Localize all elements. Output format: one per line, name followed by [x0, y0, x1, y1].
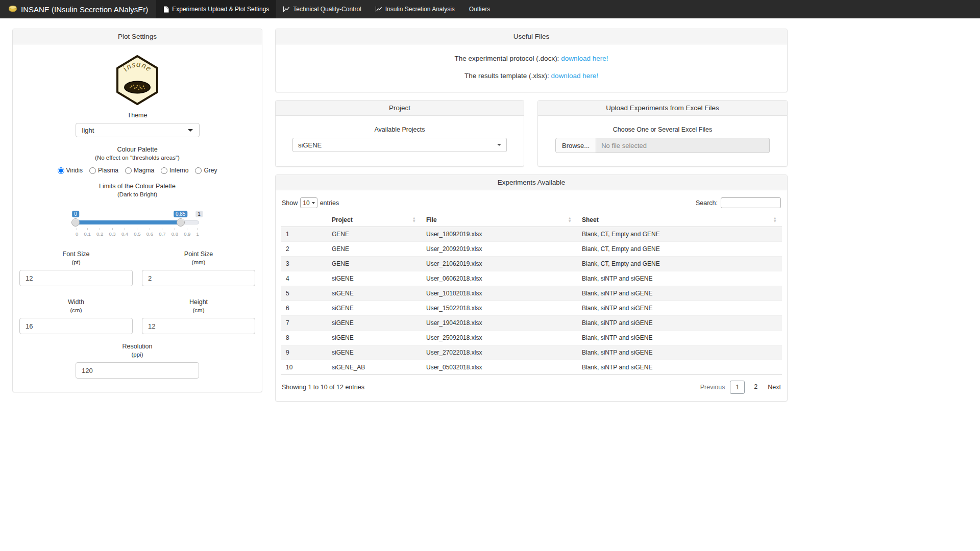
chevron-down-icon: [497, 144, 501, 146]
radio-input[interactable]: [89, 167, 96, 174]
table-cell: siGENE: [327, 345, 421, 360]
panel-title: Useful Files: [276, 29, 787, 44]
tab-insulin-analysis[interactable]: Insulin Secretion Analysis: [369, 0, 462, 18]
table-cell: User_19042018.xlsx: [421, 316, 577, 331]
table-cell: Blank, siNTP and siGENE: [577, 331, 782, 345]
radio-label: Magma: [134, 167, 154, 174]
table-cell: User_15022018.xlsx: [421, 301, 577, 316]
table-info: Showing 1 to 10 of 12 entries: [282, 384, 364, 391]
table-row[interactable]: 1GENEUser_18092019.xlsxBlank, CT, Empty …: [281, 227, 782, 242]
page-number-button[interactable]: 1: [730, 381, 745, 394]
slider-handle-min[interactable]: [71, 218, 80, 227]
table-row[interactable]: 4siGENEUser_06062018.xlsxBlank, siNTP an…: [281, 271, 782, 286]
project-select[interactable]: siGENE: [292, 138, 507, 152]
browse-button[interactable]: Browse...: [555, 138, 596, 153]
radio-input[interactable]: [58, 167, 64, 174]
honeypot-icon: [8, 5, 17, 14]
sort-icons[interactable]: ▲▼: [568, 217, 572, 222]
column-header-label: Project: [332, 216, 353, 223]
font-size-input[interactable]: [19, 270, 133, 286]
slider-from-badge: 0: [72, 211, 79, 217]
resolution-unit: (ppi): [19, 352, 255, 358]
resolution-input[interactable]: [76, 362, 199, 379]
radio-label: Inferno: [169, 167, 188, 174]
app-brand: INSANE (INsulin Secretion ANalysEr): [0, 0, 156, 18]
palette-radio[interactable]: Grey: [195, 167, 217, 174]
tab-outliers[interactable]: Outliers: [462, 0, 497, 18]
search-input[interactable]: [721, 197, 781, 208]
table-cell: User_05032018.xlsx: [421, 360, 577, 375]
slider-handle-max[interactable]: [177, 218, 185, 227]
table-cell: GENE: [327, 242, 421, 257]
table-row[interactable]: 7siGENEUser_19042018.xlsxBlank, siNTP an…: [281, 316, 782, 331]
tab-experiments-upload[interactable]: Experiments Upload & Plot Settings: [156, 0, 276, 18]
table-cell: 8: [281, 331, 327, 345]
column-header[interactable]: Project▲▼: [327, 213, 421, 227]
next-page-button[interactable]: Next: [768, 384, 781, 391]
radio-input[interactable]: [125, 167, 132, 174]
table-row[interactable]: 6siGENEUser_15022018.xlsxBlank, siNTP an…: [281, 301, 782, 316]
page-number-button[interactable]: 2: [749, 381, 763, 394]
pagination-pages: 12: [730, 381, 763, 394]
app-title: INSANE (INsulin Secretion ANalysEr): [21, 5, 148, 14]
palette-radio[interactable]: Magma: [125, 167, 154, 174]
limits-label: Limits of the Colour Palette: [19, 183, 255, 190]
previous-page-button[interactable]: Previous: [700, 384, 725, 391]
column-header[interactable]: Sheet▲▼: [577, 213, 782, 227]
table-cell: Blank, siNTP and siGENE: [577, 271, 782, 286]
protocol-line: The experimental protocol (.docx): downl…: [283, 55, 780, 62]
tab-technical-qc[interactable]: Technical Quality-Control: [276, 0, 368, 18]
chevron-down-icon: [312, 202, 315, 204]
protocol-download-link[interactable]: download here!: [561, 55, 608, 62]
theme-label: Theme: [19, 112, 255, 119]
point-size-input[interactable]: [142, 270, 255, 286]
table-cell: 7: [281, 316, 327, 331]
palette-radio[interactable]: Inferno: [161, 167, 188, 174]
table-row[interactable]: 3GENEUser_21062019.xlsxBlank, CT, Empty …: [281, 257, 782, 271]
table-cell: User_06062018.xlsx: [421, 271, 577, 286]
upload-panel: Upload Experiments from Excel Files Choo…: [537, 100, 788, 167]
theme-select[interactable]: light: [76, 123, 200, 137]
table-cell: 4: [281, 271, 327, 286]
width-input[interactable]: [19, 318, 133, 334]
point-size-unit: (mm): [142, 259, 255, 265]
radio-label: Plasma: [98, 167, 118, 174]
template-line: The results template (.xlsx): download h…: [283, 72, 780, 80]
table-row[interactable]: 8siGENEUser_25092018.xlsxBlank, siNTP an…: [281, 331, 782, 345]
radio-input[interactable]: [195, 167, 202, 174]
show-label: Show: [282, 199, 298, 207]
height-input[interactable]: [142, 318, 255, 334]
table-cell: 10: [281, 360, 327, 375]
table-row[interactable]: 5siGENEUser_10102018.xlsxBlank, siNTP an…: [281, 286, 782, 301]
page-length-value: 10: [303, 199, 309, 207]
palette-limits-slider[interactable]: 0 0.85 1 00.10.20.30.40.50.60.70.80.91: [76, 211, 199, 238]
table-cell: Blank, siNTP and siGENE: [577, 316, 782, 331]
slider-tick-label: 0: [76, 228, 78, 237]
panel-title: Plot Settings: [13, 29, 262, 44]
page-length-select[interactable]: 10: [300, 197, 317, 208]
table-row[interactable]: 9siGENEUser_27022018.xlsxBlank, siNTP an…: [281, 345, 782, 360]
slider-tick-label: 0.4: [121, 228, 128, 237]
slider-to-badge: 0.85: [174, 211, 187, 217]
template-text: The results template (.xlsx):: [464, 72, 549, 80]
table-cell: siGENE: [327, 301, 421, 316]
template-download-link[interactable]: download here!: [551, 72, 598, 80]
sort-icons[interactable]: ▲▼: [412, 217, 416, 222]
height-label: Height: [142, 298, 255, 306]
column-header-label: Sheet: [582, 216, 599, 223]
palette-radio[interactable]: Viridis: [58, 167, 83, 174]
radio-input[interactable]: [161, 167, 167, 174]
slider-max-badge: 1: [195, 211, 203, 217]
protocol-text: The experimental protocol (.docx):: [455, 55, 559, 62]
table-cell: User_21062019.xlsx: [421, 257, 577, 271]
palette-radio[interactable]: Plasma: [89, 167, 118, 174]
file-name-display[interactable]: No file selected: [596, 138, 770, 153]
file-input-group: Browse... No file selected: [555, 138, 770, 153]
column-header[interactable]: File▲▼: [421, 213, 577, 227]
sort-icons[interactable]: ▲▼: [773, 217, 777, 222]
table-cell: 2: [281, 242, 327, 257]
tab-label: Experiments Upload & Plot Settings: [172, 6, 269, 13]
choose-files-label: Choose One or Several Excel Files: [548, 126, 777, 133]
table-row[interactable]: 2GENEUser_20092019.xlsxBlank, CT, Empty …: [281, 242, 782, 257]
table-row[interactable]: 10siGENE_ABUser_05032018.xlsxBlank, siNT…: [281, 360, 782, 375]
